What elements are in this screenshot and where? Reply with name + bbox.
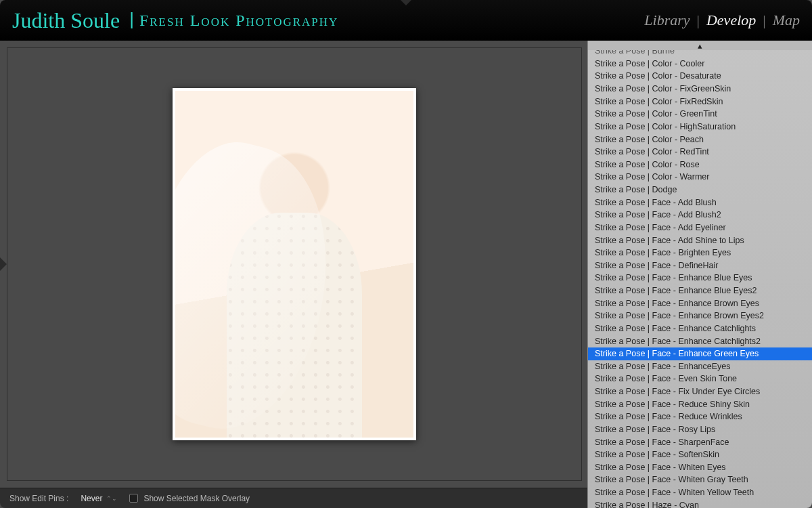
- photo-preview: [175, 91, 413, 438]
- preset-item[interactable]: Strike a Pose | Face - Rosy Lips: [588, 423, 812, 436]
- module-library[interactable]: Library: [644, 12, 690, 29]
- chevron-updown-icon: ⌃⌄: [106, 495, 117, 502]
- preset-item[interactable]: Strike a Pose | Color - Rose: [588, 158, 812, 171]
- preset-item[interactable]: Strike a Pose | Color - RedTint: [588, 146, 812, 158]
- photo-frame: [173, 88, 416, 440]
- preset-item[interactable]: Strike a Pose | Face - Enhance Brown Eye…: [588, 297, 812, 310]
- preset-item[interactable]: Strike a Pose | Color - FixGreenSkin: [588, 83, 812, 96]
- mask-overlay-label: Show Selected Mask Overlay: [143, 494, 250, 503]
- preset-item[interactable]: Strike a Pose | Face - Enhance Blue Eyes…: [588, 284, 812, 297]
- preset-item[interactable]: Strike a Pose | Face - Add Eyeliner: [588, 221, 812, 234]
- preset-item[interactable]: Strike a Pose | Face - EnhanceEyes: [588, 360, 812, 373]
- preset-item[interactable]: Strike a Pose | Face - SharpenFace: [588, 436, 812, 448]
- preset-item[interactable]: Strike a Pose | Face - Brighten Eyes: [588, 247, 812, 259]
- edit-pins-dropdown[interactable]: Never ⌃⌄: [81, 494, 117, 503]
- identity-script: Judith Soule: [12, 8, 129, 33]
- preset-item[interactable]: Strike a Pose | Face - Even Skin Tone: [588, 373, 812, 385]
- edit-pins-value: Never: [81, 494, 102, 503]
- preset-item[interactable]: Strike a Pose | Face - Fix Under Eye Cir…: [588, 385, 812, 398]
- preset-item[interactable]: Strike a Pose | Face - Add Shine to Lips: [588, 234, 812, 247]
- preset-item[interactable]: Strike a Pose | Face - Enhance Green Eye…: [588, 347, 812, 360]
- identity-divider: |: [129, 9, 139, 33]
- main-area: Strike a Pose | BurneStrike a Pose | Col…: [0, 41, 812, 488]
- checkbox-box-icon: [129, 494, 138, 503]
- edit-pins-label: Show Edit Pins :: [9, 494, 68, 503]
- module-separator: |: [697, 12, 700, 29]
- expand-left-panel-icon[interactable]: [0, 257, 7, 271]
- top-bar: Judith Soule | Fresh Look Photography Li…: [0, 0, 812, 41]
- preset-item[interactable]: Strike a Pose | Color - Peach: [588, 133, 812, 146]
- preset-item[interactable]: Strike a Pose | Face - Enhance Brown Eye…: [588, 310, 812, 322]
- preset-item[interactable]: Strike a Pose | Face - Enhance Catchligh…: [588, 322, 812, 335]
- mask-overlay-checkbox[interactable]: Show Selected Mask Overlay: [129, 494, 250, 503]
- preset-item[interactable]: Strike a Pose | Face - Whiten Eyes: [588, 461, 812, 474]
- preset-item[interactable]: Strike a Pose | Face - DefineHair: [588, 259, 812, 272]
- preset-item[interactable]: Strike a Pose | Face - Reduce Wrinkles: [588, 410, 812, 423]
- preset-list[interactable]: Strike a Pose | BurneStrike a Pose | Col…: [588, 50, 812, 508]
- preset-scroll-up-icon[interactable]: [588, 41, 812, 50]
- preset-item[interactable]: Strike a Pose | Color - Desaturate: [588, 70, 812, 83]
- image-canvas[interactable]: [7, 47, 582, 481]
- preset-dropdown-panel: Strike a Pose | BurneStrike a Pose | Col…: [587, 41, 812, 508]
- preset-item[interactable]: Strike a Pose | Dodge: [588, 184, 812, 196]
- bottom-toolbar: Show Edit Pins : Never ⌃⌄ Show Selected …: [0, 488, 587, 508]
- preset-item[interactable]: Strike a Pose | Face - SoftenSkin: [588, 448, 812, 461]
- collapse-top-icon[interactable]: [401, 0, 411, 5]
- preset-item[interactable]: Strike a Pose | Color - Cooler: [588, 58, 812, 70]
- preset-item[interactable]: Strike a Pose | Face - Whiten Gray Teeth: [588, 473, 812, 486]
- preset-item[interactable]: Strike a Pose | Face - Reduce Shiny Skin: [588, 398, 812, 411]
- preset-item[interactable]: Strike a Pose | Face - Add Blush: [588, 196, 812, 209]
- module-develop[interactable]: Develop: [706, 12, 756, 29]
- module-map[interactable]: Map: [773, 12, 800, 29]
- preset-item[interactable]: Strike a Pose | Face - Add Blush2: [588, 209, 812, 221]
- preset-item[interactable]: Strike a Pose | Face - Enhance Catchligh…: [588, 335, 812, 347]
- identity-title: Fresh Look Photography: [139, 12, 338, 30]
- preset-item[interactable]: Strike a Pose | Color - FixRedSkin: [588, 96, 812, 108]
- preset-item[interactable]: Strike a Pose | Color - HighSaturation: [588, 121, 812, 133]
- preset-item[interactable]: Strike a Pose | Face - Whiten Yellow Tee…: [588, 486, 812, 499]
- module-separator: |: [763, 12, 765, 29]
- preset-item[interactable]: Strike a Pose | Face - Enhance Blue Eyes: [588, 272, 812, 284]
- preset-item[interactable]: Strike a Pose | Burne: [588, 50, 812, 58]
- preset-item[interactable]: Strike a Pose | Color - Warmer: [588, 171, 812, 184]
- preset-item[interactable]: Strike a Pose | Color - GreenTint: [588, 108, 812, 121]
- preset-item[interactable]: Strike a Pose | Haze - Cyan: [588, 499, 812, 509]
- module-picker: Library | Develop | Map: [644, 12, 800, 29]
